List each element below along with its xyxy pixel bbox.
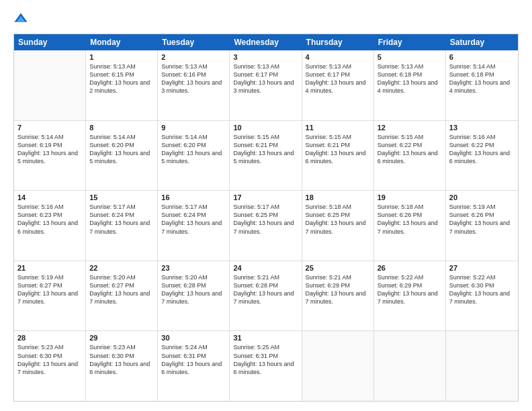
day-number: 12 [378,124,442,132]
calendar-cell: 3Sunrise: 5:13 AM Sunset: 6:17 PM Daylig… [230,50,302,120]
calendar-cell: 23Sunrise: 5:20 AM Sunset: 6:28 PM Dayli… [158,261,230,331]
calendar-cell: 19Sunrise: 5:18 AM Sunset: 6:26 PM Dayli… [374,191,446,261]
calendar-row-3: 14Sunrise: 5:16 AM Sunset: 6:23 PM Dayli… [14,191,518,261]
cell-details: Sunrise: 5:14 AM Sunset: 6:20 PM Dayligh… [161,133,226,166]
cell-details: Sunrise: 5:13 AM Sunset: 6:17 PM Dayligh… [233,62,298,95]
calendar-cell: 2Sunrise: 5:13 AM Sunset: 6:16 PM Daylig… [158,50,230,120]
calendar-cell: 31Sunrise: 5:25 AM Sunset: 6:31 PM Dayli… [230,331,302,401]
calendar-cell: 8Sunrise: 5:14 AM Sunset: 6:20 PM Daylig… [86,121,158,191]
calendar-row-4: 21Sunrise: 5:19 AM Sunset: 6:27 PM Dayli… [14,261,518,332]
calendar-cell: 17Sunrise: 5:17 AM Sunset: 6:25 PM Dayli… [230,191,302,261]
day-number: 6 [449,53,515,61]
cell-details: Sunrise: 5:20 AM Sunset: 6:28 PM Dayligh… [161,273,226,306]
day-number: 30 [161,334,226,342]
day-number: 27 [449,264,515,272]
calendar-cell: 27Sunrise: 5:22 AM Sunset: 6:30 PM Dayli… [446,261,518,331]
day-number: 14 [17,193,82,201]
day-number: 4 [306,53,370,61]
logo [13,12,31,27]
cell-details: Sunrise: 5:21 AM Sunset: 6:28 PM Dayligh… [233,273,298,306]
day-number: 22 [89,264,154,272]
cell-details: Sunrise: 5:14 AM Sunset: 6:19 PM Dayligh… [17,133,82,166]
day-number: 25 [306,264,370,272]
header-day-friday: Friday [374,34,446,50]
cell-details: Sunrise: 5:17 AM Sunset: 6:24 PM Dayligh… [89,203,154,236]
day-number: 10 [233,124,298,132]
cell-details: Sunrise: 5:18 AM Sunset: 6:25 PM Dayligh… [306,203,370,236]
day-number: 15 [89,193,154,201]
cell-details: Sunrise: 5:17 AM Sunset: 6:24 PM Dayligh… [161,203,226,236]
calendar-cell: 20Sunrise: 5:19 AM Sunset: 6:26 PM Dayli… [446,191,518,261]
calendar-cell: 24Sunrise: 5:21 AM Sunset: 6:28 PM Dayli… [230,261,302,331]
cell-details: Sunrise: 5:16 AM Sunset: 6:23 PM Dayligh… [17,203,82,236]
cell-details: Sunrise: 5:19 AM Sunset: 6:26 PM Dayligh… [449,203,515,236]
header-day-thursday: Thursday [302,34,374,50]
cell-details: Sunrise: 5:23 AM Sunset: 6:30 PM Dayligh… [17,343,82,376]
cell-details: Sunrise: 5:25 AM Sunset: 6:31 PM Dayligh… [233,343,298,376]
calendar-cell: 30Sunrise: 5:24 AM Sunset: 6:31 PM Dayli… [158,331,230,401]
calendar-cell: 9Sunrise: 5:14 AM Sunset: 6:20 PM Daylig… [158,121,230,191]
header-day-tuesday: Tuesday [158,34,230,50]
day-number: 24 [233,264,298,272]
cell-details: Sunrise: 5:17 AM Sunset: 6:25 PM Dayligh… [233,203,298,236]
day-number: 2 [161,53,226,61]
header-day-wednesday: Wednesday [230,34,302,50]
cell-details: Sunrise: 5:18 AM Sunset: 6:26 PM Dayligh… [378,203,442,236]
cell-details: Sunrise: 5:13 AM Sunset: 6:17 PM Dayligh… [306,62,370,95]
calendar-cell: 14Sunrise: 5:16 AM Sunset: 6:23 PM Dayli… [14,191,86,261]
cell-details: Sunrise: 5:15 AM Sunset: 6:22 PM Dayligh… [378,133,442,166]
calendar-cell: 4Sunrise: 5:13 AM Sunset: 6:17 PM Daylig… [302,50,374,120]
day-number: 17 [233,193,298,201]
calendar-cell: 28Sunrise: 5:23 AM Sunset: 6:30 PM Dayli… [14,331,86,401]
cell-details: Sunrise: 5:13 AM Sunset: 6:18 PM Dayligh… [378,62,442,95]
day-number: 20 [449,193,515,201]
day-number: 16 [161,193,226,201]
calendar-cell [302,331,374,401]
day-number: 8 [89,124,154,132]
cell-details: Sunrise: 5:22 AM Sunset: 6:30 PM Dayligh… [449,273,515,306]
calendar-cell [374,331,446,401]
calendar-cell: 1Sunrise: 5:13 AM Sunset: 6:15 PM Daylig… [86,50,158,120]
day-number: 28 [17,334,82,342]
calendar-row-1: 1Sunrise: 5:13 AM Sunset: 6:15 PM Daylig… [14,50,518,121]
cell-details: Sunrise: 5:13 AM Sunset: 6:15 PM Dayligh… [89,62,154,95]
cell-details: Sunrise: 5:14 AM Sunset: 6:18 PM Dayligh… [449,62,515,95]
cell-details: Sunrise: 5:15 AM Sunset: 6:21 PM Dayligh… [233,133,298,166]
calendar-cell: 11Sunrise: 5:15 AM Sunset: 6:21 PM Dayli… [302,121,374,191]
day-number: 31 [233,334,298,342]
calendar-cell: 10Sunrise: 5:15 AM Sunset: 6:21 PM Dayli… [230,121,302,191]
day-number: 1 [89,53,154,61]
calendar-cell [446,331,518,401]
header-day-monday: Monday [86,34,158,50]
cell-details: Sunrise: 5:13 AM Sunset: 6:16 PM Dayligh… [161,62,226,95]
header [13,12,519,27]
day-number: 29 [89,334,154,342]
calendar-cell: 16Sunrise: 5:17 AM Sunset: 6:24 PM Dayli… [158,191,230,261]
day-number: 23 [161,264,226,272]
day-number: 5 [378,53,442,61]
header-day-saturday: Saturday [446,34,518,50]
calendar-body: 1Sunrise: 5:13 AM Sunset: 6:15 PM Daylig… [14,50,518,401]
calendar-cell: 12Sunrise: 5:15 AM Sunset: 6:22 PM Dayli… [374,121,446,191]
calendar-row-5: 28Sunrise: 5:23 AM Sunset: 6:30 PM Dayli… [14,331,518,401]
cell-details: Sunrise: 5:20 AM Sunset: 6:27 PM Dayligh… [89,273,154,306]
day-number: 26 [378,264,442,272]
calendar-cell: 7Sunrise: 5:14 AM Sunset: 6:19 PM Daylig… [14,121,86,191]
cell-details: Sunrise: 5:15 AM Sunset: 6:21 PM Dayligh… [306,133,370,166]
logo-icon [13,12,28,27]
day-number: 19 [378,193,442,201]
header-day-sunday: Sunday [14,34,86,50]
calendar-cell: 29Sunrise: 5:23 AM Sunset: 6:30 PM Dayli… [86,331,158,401]
calendar-cell: 5Sunrise: 5:13 AM Sunset: 6:18 PM Daylig… [374,50,446,120]
cell-details: Sunrise: 5:22 AM Sunset: 6:29 PM Dayligh… [378,273,442,306]
calendar-header: SundayMondayTuesdayWednesdayThursdayFrid… [14,34,518,50]
calendar-cell: 22Sunrise: 5:20 AM Sunset: 6:27 PM Dayli… [86,261,158,331]
calendar-cell: 18Sunrise: 5:18 AM Sunset: 6:25 PM Dayli… [302,191,374,261]
cell-details: Sunrise: 5:21 AM Sunset: 6:29 PM Dayligh… [306,273,370,306]
cell-details: Sunrise: 5:24 AM Sunset: 6:31 PM Dayligh… [161,343,226,376]
calendar-cell [14,50,86,120]
calendar-cell: 26Sunrise: 5:22 AM Sunset: 6:29 PM Dayli… [374,261,446,331]
day-number: 3 [233,53,298,61]
calendar-row-2: 7Sunrise: 5:14 AM Sunset: 6:19 PM Daylig… [14,121,518,191]
page: SundayMondayTuesdayWednesdayThursdayFrid… [0,0,532,411]
